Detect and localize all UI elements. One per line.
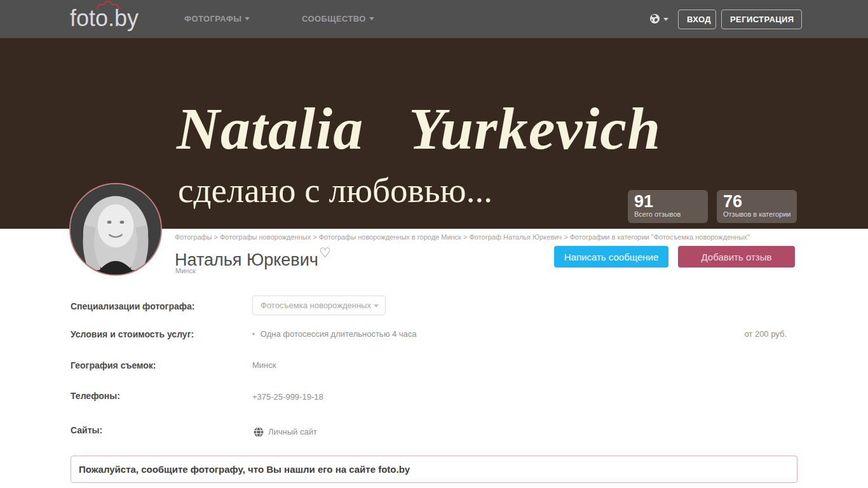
- avatar-portrait: [71, 184, 161, 274]
- geography-label: География съемок:: [71, 360, 156, 370]
- specializations-select-value: Фотосъемка новорожденных: [261, 301, 371, 310]
- notice-banner: Пожалуйста, сообщите фотографу, что Вы н…: [71, 456, 797, 483]
- phones-value: +375-25-999-19-18: [252, 392, 323, 402]
- globe-icon: [649, 13, 660, 24]
- photographer-city: Минск: [175, 267, 196, 274]
- pricing-item-text: Одна фотосессия длительностью 4 часа: [261, 329, 417, 339]
- register-button[interactable]: РЕГИСТРАЦИЯ: [721, 10, 802, 29]
- page: foto.by ФОТОГРАФЫ СООБЩЕСТВО ВХОД РЕГИСТ…: [0, 0, 868, 488]
- globe-icon: [254, 427, 264, 437]
- site-logo[interactable]: foto.by: [70, 5, 139, 32]
- stat-total-reviews-label: Всего отзывов: [634, 210, 702, 218]
- hero-title: Natalia Yurkevich: [177, 94, 661, 163]
- bullet-icon: •: [252, 330, 255, 337]
- chevron-down-icon: [663, 18, 668, 21]
- stat-category-reviews: 76 Отзывов в категории: [717, 190, 797, 223]
- specializations-select[interactable]: Фотосъемка новорожденных: [252, 295, 386, 315]
- personal-site-link-label: Личный сайт: [268, 427, 317, 437]
- add-review-button[interactable]: Добавить отзыв: [678, 246, 795, 268]
- pricing-item: •Одна фотосессия длительностью 4 часа: [252, 329, 417, 339]
- photographer-name: Наталья Юркевич: [175, 250, 318, 269]
- chevron-down-icon: [369, 17, 374, 20]
- login-button[interactable]: ВХОД: [678, 10, 716, 29]
- favorite-heart-icon[interactable]: ♡: [319, 245, 331, 260]
- geography-value: Минск: [252, 360, 276, 370]
- sites-label: Сайты:: [71, 425, 102, 435]
- phones-label: Телефоны:: [71, 391, 120, 401]
- language-switcher[interactable]: [649, 13, 668, 27]
- breadcrumb[interactable]: Фотографы > Фотографы новорожденных > Фо…: [175, 233, 750, 241]
- specializations-label: Специализации фотографа:: [71, 301, 194, 311]
- page-title: Наталья Юркевич♡: [175, 245, 331, 270]
- stat-total-reviews: 91 Всего отзывов: [628, 190, 708, 223]
- hero-subtitle: сделано с любовью...: [178, 170, 492, 210]
- nav-menu-photographers-label: ФОТОГРАФЫ: [184, 14, 241, 24]
- chevron-down-icon: [374, 304, 379, 308]
- pricing-label: Условия и стоимость услуг:: [71, 329, 194, 339]
- camera-icon: [95, 1, 121, 11]
- nav-menu-community-label: СООБЩЕСТВО: [302, 14, 366, 24]
- stat-category-reviews-label: Отзывов в категории: [723, 210, 790, 218]
- top-navbar: foto.by ФОТОГРАФЫ СООБЩЕСТВО ВХОД РЕГИСТ…: [0, 0, 868, 38]
- send-message-button[interactable]: Написать сообщение: [554, 246, 668, 268]
- avatar[interactable]: [69, 183, 162, 276]
- stat-category-reviews-value: 76: [723, 193, 790, 210]
- stat-total-reviews-value: 91: [634, 193, 702, 210]
- nav-menu-community[interactable]: СООБЩЕСТВО: [302, 14, 374, 24]
- nav-menu-photographers[interactable]: ФОТОГРАФЫ: [184, 14, 250, 24]
- pricing-price: от 200 руб.: [744, 329, 787, 339]
- personal-site-link[interactable]: Личный сайт: [254, 426, 317, 437]
- chevron-down-icon: [245, 17, 250, 20]
